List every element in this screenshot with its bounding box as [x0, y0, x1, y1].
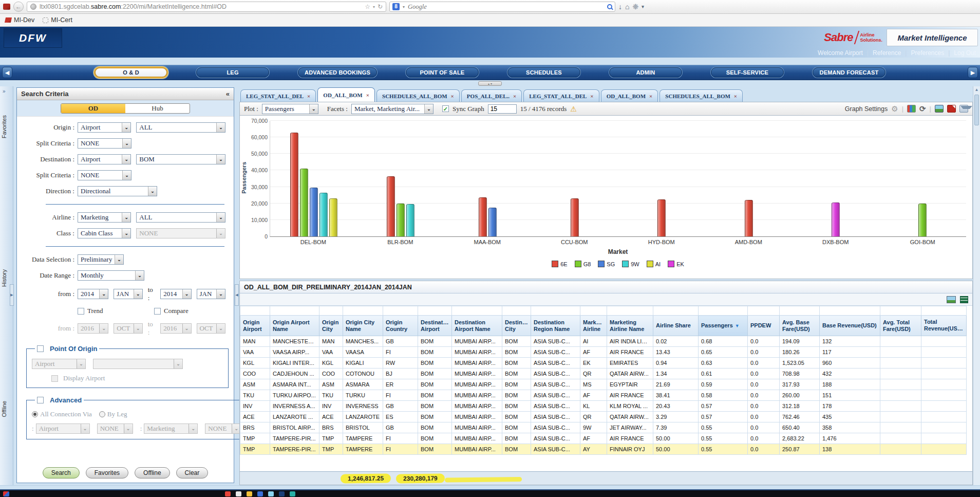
field-select[interactable]: Airport⌄	[78, 122, 131, 133]
column-header[interactable]: Airline Share	[653, 316, 699, 336]
toggle-hub[interactable]: Hub	[125, 104, 190, 113]
poo-type-select[interactable]: Airport⌄	[32, 359, 86, 369]
taskbar-icon-5[interactable]	[268, 491, 274, 496]
from-year-select[interactable]: 2014⌄	[78, 289, 108, 299]
close-tab-icon[interactable]: ×	[590, 93, 593, 99]
chart-bar-sg[interactable]	[488, 208, 497, 236]
nav-tab-demand-forecast[interactable]: DEMAND FORECAST	[813, 67, 885, 78]
chart-bar-sg[interactable]	[310, 188, 318, 236]
field-select[interactable]: NONE⌄	[136, 228, 225, 238]
chart-bar-9w[interactable]	[319, 193, 328, 236]
to-month-select[interactable]: JAN⌄	[197, 289, 225, 299]
field-select[interactable]: NONE⌄	[78, 138, 131, 149]
field-select[interactable]: ALL⌄	[136, 122, 225, 133]
column-header[interactable]: Origin City	[319, 316, 343, 336]
chart-bar-6e[interactable]	[745, 200, 753, 236]
table-row[interactable]: BRSBRISTOL AIRP...BRSBRISTOLGBBOMMUMBAI …	[240, 422, 967, 433]
back-button[interactable]: ←	[13, 2, 24, 12]
search-input[interactable]	[408, 3, 604, 11]
sync-graph-checkbox[interactable]: ✓	[442, 105, 449, 112]
column-header[interactable]: Total Revenue(US▼	[921, 316, 967, 336]
taskbar-icon-6[interactable]	[279, 491, 285, 496]
field-select[interactable]: Cabin Class⌄	[78, 228, 131, 238]
clear-button[interactable]: Clear	[176, 467, 209, 478]
header-link[interactable]: Reference	[873, 49, 901, 57]
point-of-origin-checkbox[interactable]	[37, 345, 44, 352]
scroll-up-icon[interactable]: ▲	[973, 86, 980, 94]
search-engine-icon[interactable]: 8	[392, 3, 400, 10]
nav-tab-point-of-sale[interactable]: POINT OF SALE	[406, 67, 479, 78]
column-header[interactable]: Destination Airport	[418, 316, 452, 336]
scrollbar-thumb[interactable]	[974, 95, 979, 125]
table-row[interactable]: TMPTAMPERE-PIR...TMPTAMPEREFIBOMMUMBAI A…	[240, 433, 967, 444]
workspace-tab[interactable]: OD_ALL_BOM×	[601, 89, 658, 102]
column-header[interactable]: Origin Airport	[240, 316, 270, 336]
search-icon[interactable]	[607, 4, 612, 9]
table-row[interactable]: TMPTAMPERE-PIR...TMPTAMPEREFIBOMMUMBAI A…	[240, 444, 967, 455]
offline-button[interactable]: Offline	[135, 467, 169, 478]
export-image-icon[interactable]	[935, 105, 944, 113]
advanced-select[interactable]: NONE⌄	[97, 424, 133, 434]
export-pdf-icon[interactable]	[947, 105, 956, 113]
column-header[interactable]: Marketing Airline	[580, 316, 607, 336]
field-select[interactable]: Preliminary⌄	[78, 254, 124, 265]
poo-value-select[interactable]: ⌄	[93, 359, 183, 369]
column-header[interactable]: Avg. Total Fare(USD)	[880, 316, 921, 336]
workspace-tab[interactable]: SCHEDULES_ALL_BOM×	[376, 89, 460, 102]
toggle-labels-icon[interactable]	[907, 105, 916, 113]
chart-bar-6e[interactable]	[290, 133, 298, 237]
column-header[interactable]: PPDEW	[748, 316, 780, 336]
strip-splitter-handle[interactable]: ▶	[10, 284, 14, 306]
column-header[interactable]: Origin City Name	[343, 316, 383, 336]
chart-bar-ai[interactable]	[329, 198, 337, 236]
nav-tab-self-service[interactable]: SELF-SERVICE	[711, 67, 784, 78]
header-link[interactable]: Log Out	[954, 49, 976, 57]
to-year-select[interactable]: 2016⌄	[160, 323, 191, 334]
export-chart-icon[interactable]	[947, 296, 956, 303]
header-link[interactable]: Welcome Airport	[818, 49, 863, 57]
nav-tab-schedules[interactable]: SCHEDULES	[507, 67, 580, 78]
column-header[interactable]: Destination Region Name	[531, 316, 580, 336]
sort-desc-icon[interactable]: ▼	[735, 323, 740, 328]
refresh-icon[interactable]: ⟳	[919, 104, 926, 114]
taskbar-icon-4[interactable]	[257, 491, 263, 496]
menu-caret-icon[interactable]: ▾	[642, 4, 644, 9]
field-select[interactable]: BOM⌄	[136, 154, 225, 164]
strip-label-offline[interactable]: Offline	[1, 401, 7, 417]
table-row[interactable]: ACELANZAROTE ...ACELANZAROTEESBOMMUMBAI …	[240, 412, 967, 422]
close-tab-icon[interactable]: ×	[649, 93, 652, 99]
nav-tab-o-d[interactable]: O & D	[95, 67, 167, 78]
close-tab-icon[interactable]: ×	[451, 93, 454, 99]
workspace-tab[interactable]: POS_ALL_DEL..×	[461, 89, 522, 102]
search-button[interactable]: Search	[43, 467, 80, 478]
export-excel-icon[interactable]	[960, 296, 968, 303]
chart-bar-6e[interactable]	[571, 198, 579, 236]
field-select[interactable]: ALL⌄	[136, 212, 225, 223]
vertical-scrollbar[interactable]: ▲	[973, 86, 980, 485]
workspace-tab[interactable]: LEG_STAT_ALL_DEL×	[523, 89, 599, 102]
to-month-select[interactable]: OCT⌄	[197, 323, 225, 334]
column-header[interactable]: Passengers▼	[699, 316, 748, 336]
plot-select[interactable]: Passengers⌄	[262, 104, 318, 114]
header-link[interactable]: Preferences	[911, 49, 944, 57]
field-select[interactable]: Directional⌄	[78, 186, 157, 196]
chart-bar-ek[interactable]	[832, 203, 840, 236]
table-row[interactable]: MANMANCHESTER...MANMANCHES...GBBOMMUMBAI…	[240, 336, 967, 347]
table-row[interactable]: COOCADJEHOUN ...COOCOTONOUBJBOMMUMBAI AI…	[240, 369, 967, 379]
workspace-tab[interactable]: OD_ALL_BOM×	[317, 87, 375, 102]
table-row[interactable]: TKUTURKU AIRPO...TKUTURKUFIBOMMUMBAI AIR…	[240, 390, 967, 401]
field-select[interactable]: Monthly⌄	[78, 270, 144, 281]
addon-icon[interactable]: ❉	[632, 3, 638, 11]
column-header[interactable]: Base Revenue(USD)	[820, 316, 880, 336]
from-month-select[interactable]: JAN⌄	[114, 289, 142, 299]
gear-icon[interactable]: ⚙	[891, 104, 898, 114]
chart-bar-g8[interactable]	[300, 169, 308, 236]
display-airport-checkbox[interactable]	[51, 375, 58, 382]
advanced-checkbox[interactable]	[37, 397, 44, 403]
bookmark-item[interactable]: MI-Dev	[5, 16, 34, 24]
chart-bar-g8[interactable]	[397, 204, 405, 236]
table-row[interactable]: KGLKIGALI INTER...KGLKIGALIRWBOMMUMBAI A…	[240, 358, 967, 369]
close-tab-icon[interactable]: ×	[366, 92, 369, 98]
taskbar-icon-3[interactable]	[247, 491, 252, 496]
column-header[interactable]: Destination Airport Name	[452, 316, 502, 336]
